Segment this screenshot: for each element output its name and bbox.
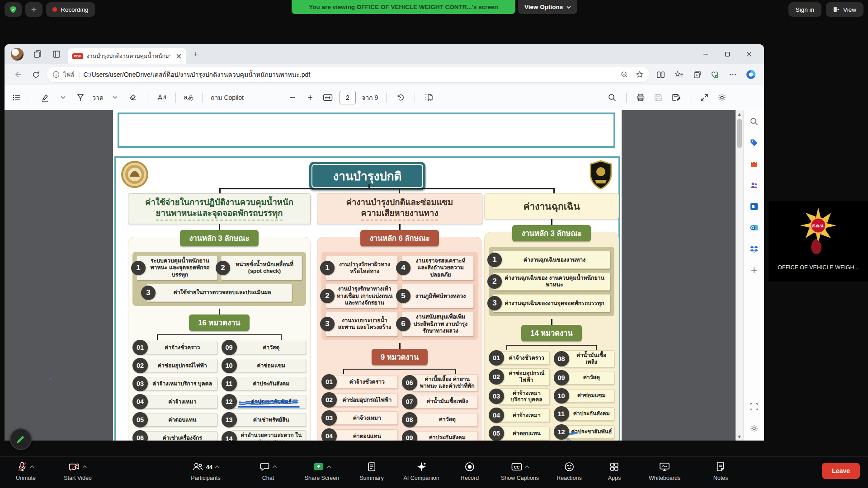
split-screen-icon[interactable] [654, 68, 667, 81]
scroll-up-icon[interactable]: ▲ [736, 110, 743, 118]
tab-actions-icon[interactable] [49, 47, 64, 61]
browser-profile-avatar[interactable] [11, 48, 24, 61]
draw-pen-icon[interactable] [75, 91, 86, 104]
chevron-up-icon[interactable] [273, 465, 277, 469]
zoom-out-page-icon[interactable] [287, 91, 298, 104]
toc-icon[interactable] [11, 91, 23, 104]
zoom-in-page-icon[interactable] [304, 91, 316, 104]
highlighter-icon[interactable] [39, 91, 51, 104]
sidebar-shopping-tag-icon[interactable] [748, 137, 760, 149]
chevron-up-icon[interactable] [30, 465, 35, 469]
translate-icon[interactable]: aあ [184, 94, 194, 102]
column-header: ค่างานบำรุงปกติและซ่อมแซม ความเสียหายงาน… [317, 193, 482, 224]
pdf-file-icon: PDF [72, 53, 83, 59]
sidebar-add-icon[interactable] [748, 264, 760, 276]
security-shield-button[interactable] [5, 2, 22, 17]
view-options-button[interactable]: View Options [518, 0, 577, 14]
record-button[interactable]: Record [461, 460, 479, 481]
address-bar[interactable]: ไฟล์ | C:/Users/user/OneDrive/เดสก์ท็อป/… [47, 67, 649, 82]
minimize-icon[interactable] [701, 49, 711, 59]
scroll-down-icon[interactable]: ▼ [736, 433, 743, 441]
participant-video-tile[interactable]: ส.ค.น. OFFICE OF VEHICLE WEIGH... [769, 201, 868, 282]
chevron-up-icon[interactable] [327, 465, 331, 469]
sidebar-settings-icon[interactable] [748, 422, 760, 434]
main-item: 6งานสนับสนุนเพื่อเพิ่ม ประสิทธิภาพ งานบำ… [401, 312, 474, 336]
pencil-icon [15, 434, 26, 445]
rotate-icon[interactable] [395, 91, 406, 104]
sidebar-search-icon[interactable] [748, 116, 760, 127]
annotation-draw-button[interactable] [10, 428, 32, 450]
category-item: 03ค่าจ้างเหมา [321, 410, 398, 426]
participants-button[interactable]: 44 Participants [191, 460, 220, 481]
page-view-icon[interactable] [423, 91, 435, 104]
summary-button[interactable]: Summary [359, 460, 383, 481]
sidebar-dropbox-icon[interactable] [748, 243, 760, 255]
category-item: 08ค่าน้ำมันเชื้อเพลิง [554, 350, 615, 367]
tab-close-icon[interactable] [175, 52, 183, 60]
read-aloud-icon[interactable] [156, 91, 167, 104]
page-number-input[interactable] [340, 91, 356, 104]
share-screen-button[interactable]: Share Screen [305, 460, 339, 481]
connector-bracket [506, 345, 597, 350]
ai-companion-button[interactable]: AI Companion [403, 460, 439, 481]
apps-button[interactable]: Apps [608, 460, 621, 481]
previous-content-box [118, 113, 615, 148]
connector-bracket [343, 369, 456, 374]
fit-width-icon[interactable] [322, 91, 334, 104]
settings-more-icon[interactable] [726, 68, 740, 81]
browser-essentials-icon[interactable] [708, 68, 722, 81]
copilot-icon[interactable] [744, 68, 758, 81]
eraser-icon[interactable] [127, 91, 139, 104]
zoom-out-icon[interactable] [620, 70, 628, 79]
reactions-button[interactable]: Reactions [557, 460, 582, 481]
browser-tab-pdf[interactable]: PDF งานบำรุงปกติงานควบคุมน้ำหนักยานพ [68, 48, 186, 64]
chat-button[interactable]: Chat [259, 460, 277, 481]
view-button[interactable]: View [826, 2, 863, 17]
chevron-up-icon[interactable] [524, 465, 529, 469]
close-icon[interactable] [744, 49, 754, 59]
collections-icon[interactable] [690, 68, 703, 81]
draw-dropdown-icon[interactable] [109, 91, 121, 104]
sidebar-outlook-icon[interactable] [748, 222, 760, 234]
sidebar-microsoft365-icon[interactable] [748, 201, 760, 212]
chart-column-weight-control: ค่าใช้จ่ายในการปฏิบัติงานควบคุมน้ำหนัก ย… [128, 193, 311, 441]
url-text: C:/Users/user/OneDrive/เดสก์ท็อป/งานบำรุ… [84, 70, 617, 80]
whiteboards-button[interactable]: Whiteboards [649, 460, 680, 481]
page-info-icon[interactable] [52, 71, 60, 78]
new-tab-button[interactable]: + [189, 47, 203, 61]
pdf-settings-gear-icon[interactable] [716, 91, 728, 104]
favorites-bar-icon[interactable] [672, 68, 685, 81]
save-as-icon[interactable] [670, 91, 682, 104]
print-icon[interactable] [635, 91, 646, 104]
leave-button[interactable]: Leave [822, 463, 860, 479]
unmute-button[interactable]: Unmute [16, 460, 36, 481]
chevron-up-icon[interactable] [215, 465, 219, 469]
workspaces-icon[interactable] [30, 47, 45, 61]
sidebar-shopping-bag-icon[interactable] [748, 158, 760, 170]
zoom-bottom-bar: Unmute Start Video 44 Participants Chat … [0, 456, 868, 488]
sidebar-screenshot-icon[interactable] [748, 401, 760, 413]
ask-copilot-button[interactable]: ถาม Copilot [211, 93, 244, 103]
sparkle-button[interactable] [25, 2, 42, 17]
pdf-scrollbar[interactable]: ▲ ▼ [736, 110, 743, 441]
sidebar-people-icon[interactable] [748, 179, 760, 191]
sign-in-button[interactable]: Sign in [788, 2, 821, 17]
category-item: 11ค่าประกันสังคม [222, 376, 307, 391]
back-icon[interactable] [11, 68, 24, 81]
notes-button[interactable]: Notes [713, 460, 728, 481]
scrollbar-thumb[interactable] [737, 119, 742, 148]
main-items-panel: 1ระบบควบคุมน้ำหนักยานพาหนะ และจุดจอดพักร… [132, 252, 306, 306]
main-item: 3ค่าใช้จ่ายในการตรวจสอบและประเมินผล [146, 284, 292, 302]
browser-nav-bar: ไฟล์ | C:/Users/user/OneDrive/เดสก์ท็อป/… [5, 64, 764, 85]
refresh-icon[interactable] [29, 68, 42, 81]
search-icon[interactable] [606, 91, 618, 104]
start-video-button[interactable]: Start Video [64, 460, 92, 481]
show-captions-button[interactable]: CC Show Captions [501, 460, 539, 481]
main-tasks-badge: งานหลัก 3 ลักษณะ [180, 230, 258, 246]
participant-name: OFFICE OF VEHICLE WEIGH... [778, 264, 859, 271]
chevron-up-icon[interactable] [83, 465, 87, 469]
fullscreen-icon[interactable] [698, 91, 710, 104]
favorite-star-icon[interactable] [636, 70, 644, 79]
highlighter-dropdown-icon[interactable] [57, 91, 69, 104]
maximize-icon[interactable] [722, 49, 732, 59]
